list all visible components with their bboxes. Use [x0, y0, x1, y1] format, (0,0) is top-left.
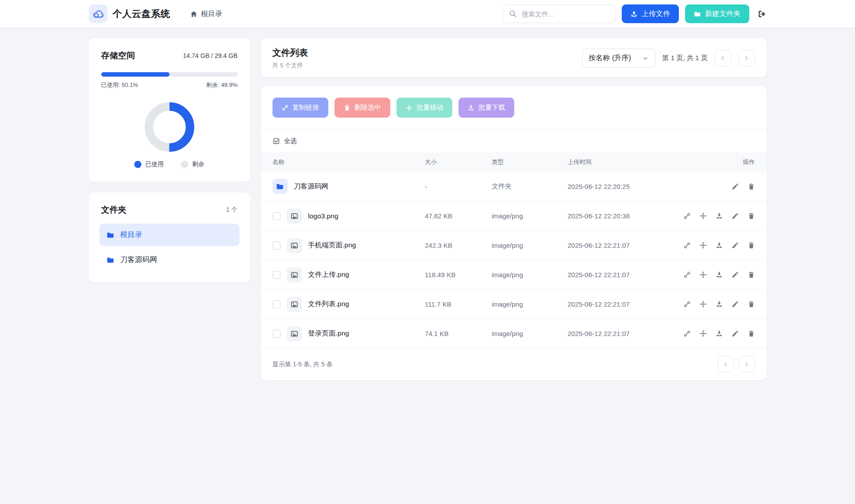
copy-link-icon-button[interactable] — [683, 271, 691, 279]
sidebar-folder-item-default[interactable]: 刀客源码网 — [99, 249, 240, 271]
row-checkbox[interactable] — [273, 242, 281, 250]
move-icon — [699, 300, 707, 308]
file-size: 47.82 KB — [425, 212, 492, 220]
file-rows: 刀客源码网 - 文件夹 2025-06-12 22:20:25 logo3.pn… — [261, 172, 767, 348]
edit-icon-button[interactable] — [731, 183, 739, 190]
move-icon — [699, 242, 707, 249]
edit-icon-button[interactable] — [731, 242, 739, 249]
file-type: image/png — [492, 271, 568, 279]
file-name[interactable]: 文件列表.png — [308, 299, 349, 309]
table-header-row: 名称 大小 类型 上传时间 操作 — [261, 152, 767, 172]
download-icon-button[interactable] — [715, 242, 723, 249]
prev-page-button[interactable] — [715, 50, 731, 67]
copy-link-icon-button[interactable] — [683, 212, 691, 220]
search-input[interactable] — [503, 4, 615, 23]
copy-link-button[interactable]: 复制链接 — [273, 98, 328, 118]
delete-icon-button[interactable] — [748, 183, 755, 190]
legend-used-dot — [134, 161, 141, 168]
copy-link-icon-button[interactable] — [683, 330, 691, 337]
pencil-icon — [731, 271, 739, 279]
table-row[interactable]: 文件列表.png 111.7 KB image/png 2025-06-12 2… — [261, 289, 767, 319]
delete-icon-button[interactable] — [748, 330, 755, 337]
storage-progress-fill — [101, 72, 169, 77]
image-file-icon — [287, 326, 302, 341]
move-icon-button[interactable] — [699, 300, 707, 308]
batch-download-button[interactable]: 批量下载 — [458, 98, 514, 118]
download-icon-button[interactable] — [715, 212, 723, 220]
file-type: image/png — [492, 212, 568, 220]
file-upload-time: 2025-06-12 22:20:25 — [568, 183, 702, 190]
file-name[interactable]: logo3.png — [308, 212, 339, 220]
table-row[interactable]: logo3.png 47.82 KB image/png 2025-06-12 … — [261, 201, 767, 230]
file-upload-time: 2025-06-12 22:21:07 — [568, 271, 702, 279]
sidebar-folder-item-active[interactable]: 根目录 — [99, 224, 240, 246]
table-row[interactable]: 刀客源码网 - 文件夹 2025-06-12 22:20:25 — [261, 172, 767, 201]
copy-link-icon-button[interactable] — [683, 242, 691, 249]
delete-icon-button[interactable] — [748, 212, 755, 220]
download-icon-button[interactable] — [715, 330, 723, 337]
new-folder-button[interactable]: 新建文件夹 — [685, 4, 749, 23]
image-file-icon — [287, 267, 302, 283]
move-icon-button[interactable] — [699, 212, 707, 220]
edit-icon-button[interactable] — [731, 212, 739, 220]
sort-select[interactable]: 按名称 (升序) — [582, 49, 656, 68]
row-checkbox[interactable] — [273, 212, 281, 220]
column-header-type: 类型 — [492, 158, 568, 166]
file-name[interactable]: 文件上传.png — [308, 270, 349, 279]
breadcrumb[interactable]: 根目录 — [190, 9, 223, 19]
download-icon-button[interactable] — [715, 271, 723, 279]
link-icon — [683, 300, 691, 308]
move-icon-button[interactable] — [699, 271, 707, 279]
row-checkbox[interactable] — [273, 330, 281, 338]
legend-free-dot — [181, 161, 188, 168]
next-page-button[interactable] — [738, 50, 755, 67]
copy-link-icon-button[interactable] — [683, 300, 691, 308]
move-icon — [699, 212, 707, 220]
file-name[interactable]: 登录页面.png — [308, 329, 349, 338]
logout-button[interactable] — [757, 9, 767, 19]
edit-icon-button[interactable] — [731, 300, 739, 308]
delete-selected-button[interactable]: 删除选中 — [335, 98, 390, 118]
folder-list: 根目录 刀客源码网 — [99, 224, 240, 271]
trash-icon — [748, 212, 755, 220]
move-icon-button[interactable] — [699, 242, 707, 249]
batch-move-button[interactable]: 批量移动 — [397, 98, 452, 118]
link-icon — [683, 271, 691, 279]
link-icon — [683, 330, 691, 337]
folder-icon — [273, 179, 288, 194]
link-icon — [683, 212, 691, 220]
file-name[interactable]: 刀客源码网 — [294, 182, 329, 191]
footer-next-page-button[interactable] — [739, 356, 755, 373]
donut-legend: 已使用 剩余 — [101, 160, 238, 168]
footer-prev-page-button[interactable] — [718, 356, 734, 373]
folder-item-label: 刀客源码网 — [120, 255, 157, 265]
image-file-icon — [287, 209, 302, 224]
move-icon — [405, 104, 413, 111]
brand: 个人云盘系统 — [89, 4, 170, 23]
row-checkbox[interactable] — [273, 271, 281, 279]
row-checkbox[interactable] — [273, 300, 281, 308]
table-row[interactable]: 手机端页面.png 242.3 KB image/png 2025-06-12 … — [261, 230, 767, 260]
move-icon-button[interactable] — [699, 330, 707, 337]
column-header-actions: 操作 — [702, 158, 755, 166]
upload-file-button[interactable]: 上传文件 — [622, 4, 679, 23]
file-name[interactable]: 手机端页面.png — [308, 241, 356, 250]
select-all-toggle[interactable]: 全选 — [261, 129, 767, 152]
edit-icon-button[interactable] — [731, 271, 739, 279]
storage-usage-text: 14.74 GB / 29.4 GB — [183, 52, 237, 59]
download-icon-button[interactable] — [715, 300, 723, 308]
table-row[interactable]: 登录页面.png 74.1 KB image/png 2025-06-12 22… — [261, 319, 767, 348]
delete-icon-button[interactable] — [748, 300, 755, 308]
file-upload-time: 2025-06-12 22:21:07 — [568, 300, 702, 308]
edit-icon-button[interactable] — [731, 330, 739, 337]
storage-used-label: 已使用: 50.1% — [101, 81, 138, 89]
trash-icon — [748, 271, 755, 279]
delete-icon-button[interactable] — [748, 271, 755, 279]
storage-progress-track — [101, 72, 238, 77]
sidebar: 存储空间 14.74 GB / 29.4 GB 已使用: 50.1% 剩余: 4… — [89, 38, 250, 283]
breadcrumb-label: 根目录 — [201, 9, 223, 19]
table-row[interactable]: 文件上传.png 118.49 KB image/png 2025-06-12 … — [261, 260, 767, 289]
delete-icon-button[interactable] — [748, 242, 755, 249]
chevron-right-icon — [743, 54, 750, 62]
cloud-logo-icon — [92, 8, 104, 20]
